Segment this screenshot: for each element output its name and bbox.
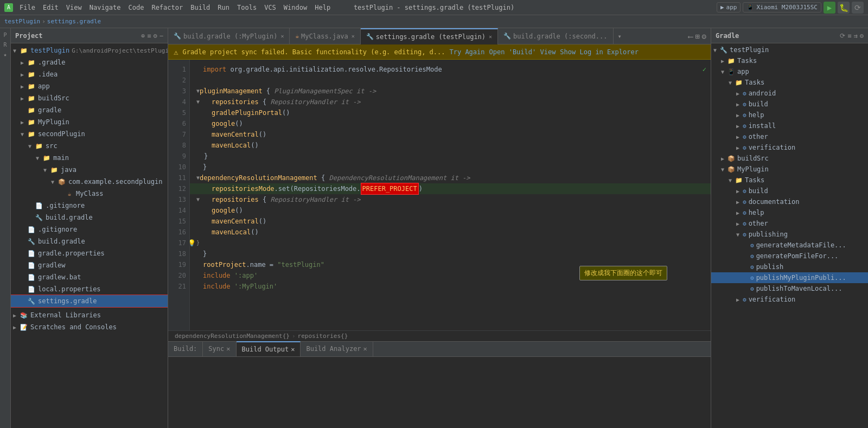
tree-item-idea[interactable]: ▶ 📁 .idea xyxy=(11,68,168,80)
tree-item-root[interactable]: ▼ 📁 testPlugin G:\androidProject\testPlu… xyxy=(11,44,168,56)
tree-item-build-gradle1[interactable]: ▶ 🔧 build.gradle xyxy=(11,212,168,223)
menu-vcs[interactable]: VCS xyxy=(261,3,279,12)
g-item-tasks-root[interactable]: ▶ 📁 Tasks xyxy=(711,55,868,66)
debug-button[interactable]: 🐛 xyxy=(838,2,850,14)
show-log-link[interactable]: Show Log in Explorer xyxy=(560,48,639,56)
g-item-build-myplugin[interactable]: ▶ ⚙ build xyxy=(711,186,868,196)
tab-settings-gradle[interactable]: 🔧 settings.gradle (testPlugin) ✕ xyxy=(361,28,498,44)
sync-button[interactable]: ⟳ xyxy=(852,2,864,14)
bottom-tab-build-output[interactable]: Build Output ✕ xyxy=(237,341,301,356)
g-item-other-myplugin[interactable]: ▶ ⚙ other xyxy=(711,218,868,229)
menu-code[interactable]: Code xyxy=(125,3,148,12)
tree-item-secondplugin[interactable]: ▼ 📁 secondPlugin xyxy=(11,128,168,140)
tree-item-scratches[interactable]: ▶ 📝 Scratches and Consoles xyxy=(11,321,168,333)
collapse-all-icon[interactable]: ≡ xyxy=(147,32,151,40)
g-item-android[interactable]: ▶ ⚙ android xyxy=(711,88,868,99)
breadcrumb-project[interactable]: testPlugin xyxy=(4,18,40,25)
menu-navigate[interactable]: Navigate xyxy=(86,3,124,12)
bottom-tab-build-analyzer[interactable]: Build Analyzer ✕ xyxy=(301,341,373,356)
g-item-generate-metadata[interactable]: ▶ ⚙ generateMetadataFile... xyxy=(711,240,868,251)
panel-minimize-icon[interactable]: − xyxy=(159,32,163,40)
tree-item-myplugin[interactable]: ▶ 📁 MyPlugin xyxy=(11,116,168,128)
tree-item-gradle-props[interactable]: ▶ 📄 gradle.properties xyxy=(11,247,168,259)
g-item-help-myplugin[interactable]: ▶ ⚙ help xyxy=(711,207,868,218)
try-again-link[interactable]: Try Again xyxy=(450,48,485,56)
g-item-build-app[interactable]: ▶ ⚙ build xyxy=(711,99,868,110)
tree-item-settings-gradle[interactable]: ▶ 🔧 settings.gradle xyxy=(11,295,168,307)
tree-item-src[interactable]: ▼ 📁 src xyxy=(11,140,168,152)
menu-window[interactable]: Window xyxy=(280,3,310,12)
menu-file[interactable]: File xyxy=(16,3,39,12)
tree-item-myclass[interactable]: ▶ ☕ MyClass xyxy=(11,188,168,200)
g-item-install[interactable]: ▶ ⚙ install xyxy=(711,120,868,131)
run-button[interactable]: ▶ xyxy=(824,2,835,14)
g-item-publish-myplugin[interactable]: ▶ ⚙ publishMyPluginPubli... xyxy=(711,272,868,283)
tree-item-external-libs[interactable]: ▶ 📚 External Libraries xyxy=(11,309,168,321)
open-build-view-link[interactable]: Open 'Build' View xyxy=(489,48,556,56)
tab-close-icon[interactable]: ✕ xyxy=(291,346,295,353)
menu-edit[interactable]: Edit xyxy=(40,3,62,12)
sidebar-icon-resource[interactable]: R xyxy=(1,40,10,49)
tree-item-app[interactable]: ▶ 📁 app xyxy=(11,80,168,92)
g-item-publish[interactable]: ▶ ⚙ publish xyxy=(711,261,868,272)
g-item-documentation[interactable]: ▶ ⚙ documentation xyxy=(711,196,868,207)
gradle-link-icon[interactable]: ⇉ xyxy=(854,32,858,40)
tree-item-local-props[interactable]: ▶ 📄 local.properties xyxy=(11,283,168,295)
g-item-verification-myplugin[interactable]: ▶ ⚙ verification xyxy=(711,294,868,305)
sidebar-icon-project[interactable]: P xyxy=(1,30,10,39)
tab-close-icon[interactable]: ✕ xyxy=(489,34,492,40)
menu-run[interactable]: Run xyxy=(214,3,233,12)
fold-icon-4[interactable]: ▼ xyxy=(196,97,203,107)
g-item-tasks-myplugin[interactable]: ▼ 📁 Tasks xyxy=(711,175,868,186)
menu-view[interactable]: View xyxy=(63,3,85,12)
tree-item-build-gradle2[interactable]: ▶ 🔧 build.gradle xyxy=(11,235,168,247)
tree-item-gitignore2[interactable]: ▶ 📄 .gitignore xyxy=(11,223,168,235)
tree-item-buildsrc[interactable]: ▶ 📁 buildSrc xyxy=(11,92,168,104)
code-content[interactable]: import org.gradle.api.initialization.res… xyxy=(190,60,711,330)
g-item-testplugin[interactable]: ▼ 🔧 testPlugin xyxy=(711,44,868,55)
settings-icon[interactable]: ⚙ xyxy=(702,32,706,41)
tab-build-gradle-second[interactable]: 🔧 build.gradle (:second... xyxy=(498,28,613,44)
menu-tools[interactable]: Tools xyxy=(234,3,260,12)
fold-icon-13[interactable]: ▼ xyxy=(196,194,203,205)
locate-file-icon[interactable]: ⊕ xyxy=(141,32,145,40)
g-item-publish-to-maven[interactable]: ▶ ⚙ publishToMavenLocal... xyxy=(711,283,868,294)
tabs-overflow-icon[interactable]: ▾ xyxy=(616,33,624,40)
tab-build-gradle-myplugin[interactable]: 🔧 build.gradle (:MyPlugin) ✕ xyxy=(168,28,290,44)
tab-myclass-java[interactable]: ☕ MyClass.java ✕ xyxy=(290,28,360,44)
tab-close-icon[interactable]: ✕ xyxy=(352,33,355,39)
tree-item-gradlew-bat[interactable]: ▶ 📄 gradlew.bat xyxy=(11,271,168,283)
bottom-tab-build-label[interactable]: Build: xyxy=(168,341,203,356)
g-item-help-app[interactable]: ▶ ⚙ help xyxy=(711,110,868,120)
sidebar-icon-favorites[interactable]: ★ xyxy=(1,50,10,59)
split-editor-icon[interactable]: ⊞ xyxy=(695,32,699,41)
menu-help[interactable]: Help xyxy=(311,3,334,12)
g-item-tasks-app[interactable]: ▼ 📁 Tasks xyxy=(711,77,868,88)
device-dropdown[interactable]: 📱 Xiaomi M2003J15SC xyxy=(743,2,821,12)
g-item-buildsrc[interactable]: ▶ 📦 buildSrc xyxy=(711,153,868,164)
g-item-verification-app[interactable]: ▶ ⚙ verification xyxy=(711,142,868,153)
tree-item-main[interactable]: ▼ 📁 main xyxy=(11,152,168,164)
bottom-tab-sync[interactable]: Sync ✕ xyxy=(203,341,236,356)
g-item-publishing[interactable]: ▼ ⚙ publishing xyxy=(711,229,868,240)
gradle-refresh-icon[interactable]: ⟳ xyxy=(840,32,845,40)
run-config-dropdown[interactable]: ▶ app xyxy=(717,2,741,12)
panel-settings-icon[interactable]: ⚙ xyxy=(154,32,157,40)
g-item-other-app[interactable]: ▶ ⚙ other xyxy=(711,131,868,142)
tab-close-icon[interactable]: ✕ xyxy=(363,345,367,353)
tree-item-gradle-dir[interactable]: ▶ 📁 gradle xyxy=(11,104,168,116)
g-item-app[interactable]: ▼ 📱 app xyxy=(711,66,868,77)
g-item-myplugin[interactable]: ▼ 📦 MyPlugin xyxy=(711,164,868,175)
tree-item-gitignore1[interactable]: ▶ 📄 .gitignore xyxy=(11,200,168,212)
menu-build[interactable]: Build xyxy=(187,3,213,12)
tab-close-icon[interactable]: ✕ xyxy=(226,345,230,353)
gradle-expand-icon[interactable]: ≡ xyxy=(847,32,851,40)
tab-close-icon[interactable]: ✕ xyxy=(280,33,284,39)
gradle-settings-icon[interactable]: ⚙ xyxy=(860,32,864,40)
menu-refactor[interactable]: Refactor xyxy=(148,3,186,12)
tree-item-package[interactable]: ▼ 📦 com.example.secondplugin xyxy=(11,176,168,188)
tree-item-gradle[interactable]: ▶ 📁 .gradle xyxy=(11,56,168,68)
tree-item-java[interactable]: ▼ 📁 java xyxy=(11,164,168,176)
g-item-generate-pom[interactable]: ▶ ⚙ generatePomFileFor... xyxy=(711,251,868,261)
tree-item-gradlew[interactable]: ▶ 📄 gradlew xyxy=(11,259,168,271)
